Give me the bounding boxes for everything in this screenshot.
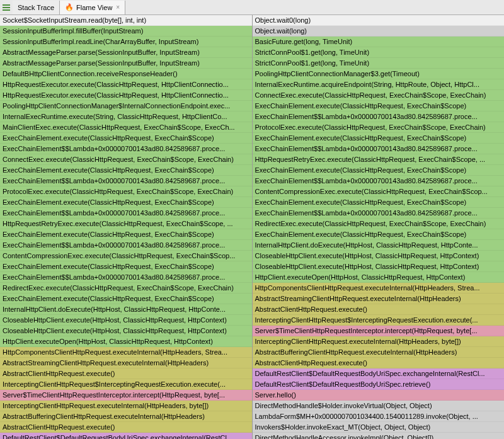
stack-frame[interactable]: BasicFuture.get(long, TimeUnit) xyxy=(253,37,505,47)
stack-frame[interactable]: ExecChainElement.execute(ClassicHttpRequ… xyxy=(0,133,252,144)
stack-frame[interactable]: SessionInputBufferImpl.fillBuffer(InputS… xyxy=(0,26,252,37)
stack-frame[interactable]: ExecChainElement.execute(ClassicHttpRequ… xyxy=(0,261,252,272)
stack-frame[interactable]: HttpComponentsClientHttpRequest.executeI… xyxy=(0,347,252,358)
stack-frame[interactable]: HttpRequestExecutor.execute(ClassicHttpR… xyxy=(0,79,252,90)
stack-frame[interactable]: InterceptingClientHttpRequest.executeInt… xyxy=(0,401,252,411)
stack-frame[interactable]: InterceptingClientHttpRequest$Intercepti… xyxy=(0,379,252,390)
stack-frame[interactable]: MainClientExec.execute(ClassicHttpReques… xyxy=(0,122,252,133)
tab-flame-view[interactable]: 🔥 Flame View × xyxy=(60,1,125,14)
stack-frame[interactable]: RedirectExec.execute(ClassicHttpRequest,… xyxy=(0,283,252,294)
stack-frame[interactable]: ExecChainElement.execute(ClassicHttpRequ… xyxy=(253,197,505,208)
stack-frame[interactable]: CloseableHttpClient.execute(HttpHost, Cl… xyxy=(0,326,252,336)
stack-frame[interactable]: ExecChainElement$$Lambda+0x00000700143ad… xyxy=(253,208,505,219)
stack-frame[interactable]: AbstractClientHttpRequest.execute() xyxy=(253,358,505,368)
stack-frame[interactable]: Object.wait0(long) xyxy=(253,15,505,26)
stack-frame[interactable]: InternalExecRuntime.execute(String, Clas… xyxy=(0,111,252,122)
stack-frame[interactable]: CloseableHttpClient.execute(HttpHost, Cl… xyxy=(253,261,505,272)
stack-frame[interactable]: AbstractMessageParser.parse(SessionInput… xyxy=(0,58,252,69)
stack-frame[interactable]: ConnectExec.execute(ClassicHttpRequest, … xyxy=(0,154,252,165)
stack-frame[interactable]: ExecChainElement$$Lambda+0x00000700143ad… xyxy=(0,272,252,283)
stack-frame[interactable]: InterceptingClientHttpRequest$Intercepti… xyxy=(253,315,505,326)
stack-frame[interactable]: SessionInputBufferImpl.readLine(CharArra… xyxy=(0,37,252,47)
stack-frame[interactable]: ExecChainElement.execute(ClassicHttpRequ… xyxy=(253,133,505,144)
stack-frame[interactable]: ExecChainElement.execute(ClassicHttpRequ… xyxy=(253,101,505,111)
stack-frame[interactable]: ExecChainElement.execute(ClassicHttpRequ… xyxy=(0,165,252,176)
stack-frame[interactable]: ContentCompressionExec.execute(ClassicHt… xyxy=(0,251,252,261)
stack-frame[interactable]: ExecChainElement$$Lambda+0x00000700143ad… xyxy=(0,144,252,154)
stack-frame[interactable]: AbstractStreamingClientHttpRequest.execu… xyxy=(253,294,505,304)
stack-frame[interactable]: AbstractStreamingClientHttpRequest.execu… xyxy=(0,358,252,368)
stack-frame[interactable]: ExecChainElement$$Lambda+0x00000700143ad… xyxy=(0,240,252,251)
tab-label: Flame View xyxy=(76,4,112,11)
stack-frame[interactable]: InternalExecRuntime.acquireEndpoint(Stri… xyxy=(253,79,505,90)
stack-frame[interactable]: ExecChainElement$$Lambda+0x00000700143ad… xyxy=(253,176,505,186)
tab-bar: Stack Trace 🔥 Flame View × xyxy=(0,0,504,15)
flame-grid: Socket$SocketInputStream.read(byte[], in… xyxy=(0,15,504,439)
stack-frame[interactable]: PoolingHttpClientConnectionManager$Inter… xyxy=(0,101,252,111)
menu-icon[interactable] xyxy=(0,1,13,14)
stack-frame[interactable]: ExecChainElement.execute(ClassicHttpRequ… xyxy=(253,229,505,240)
stack-frame[interactable]: AbstractBufferingClientHttpRequest.execu… xyxy=(0,411,252,422)
stack-frame[interactable]: InternalHttpClient.doExecute(HttpHost, C… xyxy=(0,304,252,315)
stack-frame[interactable]: ProtocolExec.execute(ClassicHttpRequest,… xyxy=(253,122,505,133)
stack-frame[interactable]: HttpClient.executeOpen(HttpHost, Classic… xyxy=(253,272,505,283)
stack-frame[interactable]: AbstractClientHttpRequest.execute() xyxy=(253,304,505,315)
stack-frame[interactable]: DefaultBHttpClientConnection.receiveResp… xyxy=(0,69,252,79)
stack-frame[interactable]: Server$TimeClientHttpRequestInterceptor.… xyxy=(0,390,252,401)
stack-frame[interactable]: ContentCompressionExec.execute(ClassicHt… xyxy=(253,186,505,197)
stack-frame[interactable]: ExecChainElement.execute(ClassicHttpRequ… xyxy=(0,294,252,304)
tab-label: Stack Trace xyxy=(18,4,54,11)
stack-frame[interactable]: AbstractMessageParser.parse(SessionInput… xyxy=(0,47,252,58)
stack-frame[interactable]: ExecChainElement$$Lambda+0x00000700143ad… xyxy=(253,144,505,154)
stack-frame[interactable]: StrictConnPool$1.get(long, TimeUnit) xyxy=(253,58,505,69)
stack-frame[interactable]: AbstractClientHttpRequest.execute() xyxy=(0,368,252,379)
stack-frame[interactable]: Server.hello() xyxy=(253,390,505,401)
stack-frame[interactable]: HttpComponentsClientHttpRequest.executeI… xyxy=(253,283,505,294)
stack-frame[interactable]: ExecChainElement.execute(ClassicHttpRequ… xyxy=(0,197,252,208)
stack-column-right: Object.wait0(long)Object.wait(long)Basic… xyxy=(253,15,505,439)
stack-frame[interactable]: RedirectExec.execute(ClassicHttpRequest,… xyxy=(253,219,505,229)
stack-frame[interactable]: LambdaForm$MH+0x0000007001034400.1540011… xyxy=(253,411,505,422)
stack-frame[interactable]: ProtocolExec.execute(ClassicHttpRequest,… xyxy=(0,186,252,197)
stack-frame[interactable]: Invokers$Holder.invokeExact_MT(Object, O… xyxy=(253,422,505,433)
stack-frame[interactable]: HttpClient.executeOpen(HttpHost, Classic… xyxy=(0,336,252,347)
stack-frame[interactable]: ExecChainElement.execute(ClassicHttpRequ… xyxy=(253,165,505,176)
stack-frame[interactable]: CloseableHttpClient.execute(HttpHost, Cl… xyxy=(0,315,252,326)
stack-frame[interactable]: Socket$SocketInputStream.read(byte[], in… xyxy=(0,15,252,26)
stack-frame[interactable]: HttpRequestRetryExec.execute(ClassicHttp… xyxy=(253,154,505,165)
stack-frame[interactable]: DirectMethodHandleAccessor.invokeImpl(Ob… xyxy=(253,433,505,439)
stack-frame[interactable]: HttpRequestRetryExec.execute(ClassicHttp… xyxy=(0,219,252,229)
stack-frame[interactable]: DefaultRestClient$DefaultRequestBodyUriS… xyxy=(0,433,252,439)
flame-icon: 🔥 xyxy=(65,3,74,11)
tab-stack-trace[interactable]: Stack Trace xyxy=(13,1,60,14)
stack-frame[interactable]: DefaultRestClient$DefaultRequestBodyUriS… xyxy=(253,368,505,379)
stack-frame[interactable]: ConnectExec.execute(ClassicHttpRequest, … xyxy=(253,90,505,101)
stack-frame[interactable]: ExecChainElement$$Lambda+0x00000700143ad… xyxy=(253,111,505,122)
stack-frame[interactable]: InternalHttpClient.doExecute(HttpHost, C… xyxy=(253,240,505,251)
stack-frame[interactable]: Server$TimeClientHttpRequestInterceptor.… xyxy=(253,326,505,336)
stack-frame[interactable]: HttpRequestExecutor.execute(ClassicHttpR… xyxy=(0,90,252,101)
stack-frame[interactable]: AbstractClientHttpRequest.execute() xyxy=(0,422,252,433)
stack-frame[interactable]: ExecChainElement.execute(ClassicHttpRequ… xyxy=(0,229,252,240)
stack-frame[interactable]: StrictConnPool$1.get(long, TimeUnit) xyxy=(253,47,505,58)
stack-frame[interactable]: DirectMethodHandle$Holder.invokeVirtual(… xyxy=(253,401,505,411)
stack-frame[interactable]: ExecChainElement$$Lambda+0x00000700143ad… xyxy=(0,176,252,186)
stack-frame[interactable]: AbstractBufferingClientHttpRequest.execu… xyxy=(253,347,505,358)
stack-frame[interactable]: CloseableHttpClient.execute(HttpHost, Cl… xyxy=(253,251,505,261)
stack-frame[interactable]: PoolingHttpClientConnectionManager$3.get… xyxy=(253,69,505,79)
stack-frame[interactable]: DefaultRestClient$DefaultRequestBodyUriS… xyxy=(253,379,505,390)
close-icon[interactable]: × xyxy=(116,4,120,11)
stack-frame[interactable]: InterceptingClientHttpRequest.executeInt… xyxy=(253,336,505,347)
stack-column-left: Socket$SocketInputStream.read(byte[], in… xyxy=(0,15,253,439)
stack-frame[interactable]: ExecChainElement$$Lambda+0x00000700143ad… xyxy=(0,208,252,219)
stack-frame[interactable]: Object.wait(long) xyxy=(253,26,505,37)
